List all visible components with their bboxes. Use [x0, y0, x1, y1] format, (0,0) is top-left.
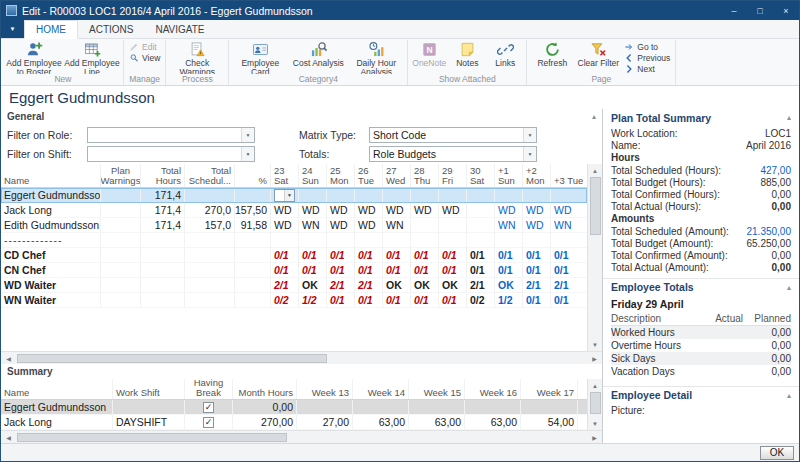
roster-cell[interactable] — [235, 188, 271, 202]
scrollbar-thumb[interactable] — [17, 433, 287, 442]
summary-horizontal-scrollbar[interactable]: ◀ ▶ — [1, 430, 602, 443]
roster-row[interactable]: CD Chef0/10/10/10/10/10/10/10/10/10/10/1 — [1, 248, 587, 263]
roster-cell[interactable] — [101, 188, 141, 202]
roster-cell[interactable]: OK — [411, 278, 439, 292]
clear-filter-button[interactable]: Clear Filter — [575, 40, 621, 74]
summary-column-header[interactable]: Week 17 — [521, 379, 578, 399]
filter-on-shift-combobox[interactable]: ▼ — [87, 146, 255, 162]
summary-cell[interactable] — [297, 400, 353, 414]
roster-cell[interactable] — [551, 188, 587, 202]
roster-cell[interactable]: 1/2 — [299, 293, 327, 307]
roster-cell[interactable] — [467, 218, 495, 232]
roster-column-header[interactable]: 29 Fri — [439, 164, 467, 187]
edit-button[interactable]: Edit — [126, 42, 163, 52]
roster-cell[interactable] — [235, 293, 271, 307]
links-button[interactable]: Links — [486, 40, 524, 74]
roster-cell[interactable]: 0/1 — [299, 248, 327, 262]
previous-button[interactable]: Previous — [621, 53, 673, 63]
summary-row[interactable]: Jack LongDAYSHIFT✓270,0027,0063,0063,006… — [1, 415, 587, 430]
roster-cell[interactable] — [101, 278, 141, 292]
scroll-up-icon[interactable]: ▲ — [589, 380, 602, 391]
roster-cell[interactable]: WD — [355, 218, 383, 232]
summary-cell[interactable]: Jack Long — [1, 415, 113, 429]
roster-cell-name[interactable]: WD Waiter — [1, 278, 101, 292]
roster-cell[interactable]: 0/1 — [439, 248, 467, 262]
roster-cell[interactable] — [185, 293, 235, 307]
roster-cell[interactable]: 0/1 — [411, 248, 439, 262]
matrix-cell-editor[interactable]: ▼ — [274, 189, 295, 202]
roster-cell[interactable]: WD — [271, 203, 299, 217]
summary-cell[interactable]: DAYSHIFT — [113, 415, 185, 429]
roster-cell-name[interactable]: CN Chef — [1, 263, 101, 277]
summary-column-header[interactable]: Week 15 — [409, 379, 465, 399]
roster-cell[interactable]: OK — [495, 278, 523, 292]
roster-cell[interactable]: ▼ — [271, 188, 299, 202]
roster-cell[interactable]: 0/1 — [271, 248, 299, 262]
roster-vertical-scrollbar[interactable]: ▲ ▼ — [587, 164, 602, 351]
roster-cell[interactable] — [141, 248, 185, 262]
dropdown-arrow-icon[interactable]: ▼ — [284, 190, 294, 201]
roster-column-header[interactable]: +2 Mon — [523, 164, 551, 187]
roster-cell[interactable] — [185, 188, 235, 202]
roster-cell[interactable]: WD — [271, 218, 299, 232]
roster-cell[interactable] — [523, 233, 551, 247]
roster-cell[interactable]: 0/1 — [355, 293, 383, 307]
roster-cell[interactable]: 0/1 — [411, 293, 439, 307]
summary-column-header[interactable]: Name — [1, 379, 113, 399]
roster-cell[interactable]: WD — [327, 218, 355, 232]
roster-cell[interactable] — [101, 203, 141, 217]
filter-on-role-combobox[interactable]: ▼ — [87, 127, 255, 143]
roster-cell[interactable] — [185, 248, 235, 262]
summary-column-header[interactable]: Having Break — [185, 379, 233, 399]
roster-cell[interactable] — [235, 233, 271, 247]
roster-cell[interactable]: 0/2 — [467, 293, 495, 307]
go-to-button[interactable]: Go to — [621, 42, 673, 52]
roster-cell[interactable]: 0/1 — [523, 248, 551, 262]
roster-cell[interactable] — [355, 233, 383, 247]
roster-cell-name[interactable]: Eggert Gudmundsson — [1, 188, 101, 202]
summary-cell[interactable] — [521, 400, 578, 414]
employee-detail-header[interactable]: Employee Detail ▴ — [603, 386, 799, 403]
summary-column-header[interactable]: Week 14 — [353, 379, 409, 399]
roster-cell[interactable]: 2/1 — [551, 278, 587, 292]
summary-cell[interactable] — [353, 400, 409, 414]
roster-cell[interactable]: 0/1 — [383, 263, 411, 277]
summary-cell[interactable]: ✓ — [185, 415, 233, 429]
refresh-button[interactable]: Refresh — [529, 40, 575, 74]
roster-cell[interactable]: 0/1 — [523, 293, 551, 307]
roster-cell[interactable] — [141, 278, 185, 292]
roster-cell[interactable]: 0/1 — [439, 263, 467, 277]
summary-cell[interactable]: 63,00 — [465, 415, 521, 429]
roster-cell[interactable]: 2/1 — [523, 278, 551, 292]
employee-totals-header[interactable]: Employee Totals ▴ — [603, 278, 799, 295]
roster-cell[interactable] — [299, 233, 327, 247]
roster-column-header[interactable]: % — [235, 164, 271, 187]
application-menu-button[interactable]: ▼ — [1, 20, 24, 38]
roster-cell[interactable]: 2/1 — [467, 278, 495, 292]
roster-cell[interactable]: 0/1 — [495, 263, 523, 277]
roster-column-header[interactable]: +1 Sun — [495, 164, 523, 187]
summary-section-header[interactable]: Summary — [1, 364, 602, 379]
roster-cell[interactable]: 171,4 — [141, 218, 185, 232]
view-button[interactable]: View — [126, 53, 163, 63]
summary-row[interactable]: Eggert Gudmundsson✓0,00 — [1, 400, 587, 415]
roster-row[interactable]: WD Waiter2/1OK2/12/1OKOKOK2/1OK2/12/1 — [1, 278, 587, 293]
roster-column-header[interactable]: 30 Sat — [467, 164, 495, 187]
summary-cell[interactable] — [409, 400, 465, 414]
roster-cell[interactable] — [439, 233, 467, 247]
dropdown-arrow-icon[interactable]: ▼ — [241, 147, 254, 161]
roster-cell[interactable]: OK — [299, 278, 327, 292]
minimize-button[interactable]: – — [721, 1, 747, 20]
next-button[interactable]: Next — [621, 64, 673, 74]
roster-row[interactable]: CN Chef0/10/10/10/10/10/10/10/10/10/10/1 — [1, 263, 587, 278]
roster-cell[interactable] — [101, 233, 141, 247]
roster-column-header[interactable]: Total Hours — [141, 164, 185, 187]
ok-button[interactable]: OK — [760, 446, 794, 460]
roster-cell[interactable]: 0/1 — [439, 293, 467, 307]
checkbox-checked[interactable]: ✓ — [203, 417, 214, 428]
scrollbar-thumb[interactable] — [17, 354, 327, 363]
roster-cell[interactable]: 1/2 — [495, 293, 523, 307]
summary-cell[interactable]: 63,00 — [409, 415, 465, 429]
roster-cell[interactable] — [271, 233, 299, 247]
roster-cell[interactable]: 0/1 — [327, 248, 355, 262]
